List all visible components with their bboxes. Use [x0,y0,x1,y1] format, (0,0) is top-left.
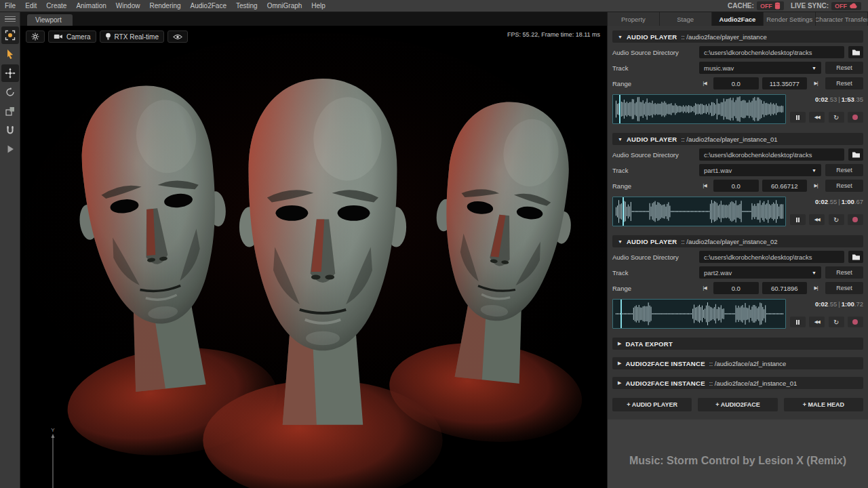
playhead[interactable] [619,95,620,123]
expand-caret-icon[interactable]: ▶ [618,380,621,386]
record-button[interactable] [848,214,863,225]
time-total: 1:00 [842,198,854,205]
range-end-field[interactable]: 60.66712 [762,180,808,192]
section-title: AUDIO PLAYER [627,33,677,41]
expand-caret-icon[interactable]: ▶ [618,341,621,346]
menu-help[interactable]: Help [307,0,330,12]
data-export-section[interactable]: ▶ DATA EXPORT [612,338,863,350]
live-sync-status[interactable]: LIVE SYNC: OFF [791,2,861,10]
record-button[interactable] [848,112,863,123]
menu-testing[interactable]: Testing [231,0,262,12]
skip-end-button[interactable]: ▶| [810,183,821,188]
skip-start-button[interactable]: |◀ [699,285,710,291]
toolbar-menu-icon[interactable] [0,12,20,26]
section-header[interactable]: ▼ AUDIO PLAYER :: /audio2face/player_ins… [612,30,863,43]
range-end-field[interactable]: 60.71896 [762,282,808,294]
visibility-button[interactable] [167,30,188,43]
cache-status[interactable]: CACHE: OFF [728,1,784,10]
loop-button[interactable]: ↻ [829,317,844,327]
tab-render-settings[interactable]: Render Settings [764,12,816,26]
range-start-field[interactable]: 0.0 [713,282,759,294]
add-audio2face-button[interactable]: + AUDIO2FACE [698,398,777,411]
skip-end-button[interactable]: ▶| [810,285,821,291]
pause-button[interactable] [790,112,806,123]
track-reset-button[interactable]: Reset [825,266,863,279]
skip-start-button[interactable]: |◀ [699,81,710,86]
waveform-display[interactable] [612,197,786,226]
collapse-caret-icon[interactable]: ▼ [618,137,623,142]
a2f-instance-section[interactable]: ▶ AUDIO2FACE INSTANCE :: /audio2face/a2f… [612,357,863,369]
add-male-head-button[interactable]: + MALE HEAD [784,398,863,411]
menu-edit[interactable]: Edit [20,0,41,12]
scale-tool[interactable] [1,102,19,120]
audio-source-directory-input[interactable]: c:\users\dkorobchenko\desktop\tracks [699,46,844,58]
menu-animation[interactable]: Animation [71,0,111,12]
move-tool[interactable] [1,64,19,82]
tab-stage[interactable]: Stage [660,12,712,26]
viewport-3d[interactable]: Camera RTX Real-time FPS: 55.22, Frame t… [20,26,607,488]
rewind-button[interactable]: ◀◀ [809,214,825,225]
range-start-field[interactable]: 0.0 [713,180,759,192]
pause-button[interactable] [790,317,806,327]
playhead[interactable] [620,300,622,328]
right-panel: Property Stage Audio2Face Render Setting… [607,12,868,488]
rewind-button[interactable]: ◀◀ [809,112,825,123]
range-start-field[interactable]: 0.0 [713,77,759,89]
menu-create[interactable]: Create [41,0,71,12]
range-reset-button[interactable]: Reset [825,282,863,294]
menu-file[interactable]: File [0,0,20,12]
tab-viewport[interactable]: Viewport [27,14,73,26]
selection-mode-tool[interactable] [1,26,19,44]
a2f-instance-01-section[interactable]: ▶ AUDIO2FACE INSTANCE :: /audio2face/a2f… [612,377,863,389]
tab-character-transfer[interactable]: Character Transfer [816,12,868,26]
record-button[interactable] [848,317,863,327]
track-select[interactable]: part1.wav ▼ [699,164,821,176]
tab-audio2face[interactable]: Audio2Face [712,12,764,26]
browse-folder-button[interactable] [848,46,863,58]
track-select[interactable]: music.wav ▼ [699,62,821,74]
range-end-field[interactable]: 113.35077 [762,77,808,89]
rewind-button[interactable]: ◀◀ [809,317,825,327]
expand-caret-icon[interactable]: ▶ [618,361,621,366]
collapse-caret-icon[interactable]: ▼ [618,239,623,244]
waveform-display[interactable] [612,94,786,124]
range-reset-button[interactable]: Reset [825,77,863,89]
menu-audio2face[interactable]: Audio2Face [186,0,231,12]
select-tool[interactable] [1,45,19,63]
loop-button[interactable]: ↻ [829,214,844,225]
audio-source-directory-input[interactable]: c:\users\dkorobchenko\desktop\tracks [699,148,844,161]
section-title: AUDIO PLAYER [627,238,677,245]
menu-rendering[interactable]: Rendering [144,0,185,12]
menu-omnigraph[interactable]: OmniGraph [262,0,307,12]
tab-property[interactable]: Property [608,12,660,26]
viewport-settings-button[interactable] [26,30,45,43]
section-header[interactable]: ▼ AUDIO PLAYER :: /audio2face/player_ins… [612,235,863,247]
pause-button[interactable] [790,214,806,225]
collapse-caret-icon[interactable]: ▼ [618,35,623,39]
skip-end-button[interactable]: ▶| [810,81,821,86]
track-reset-button[interactable]: Reset [825,164,863,176]
dir-value: c:\users\dkorobchenko\desktop\tracks [704,253,812,261]
track-label: Track [612,269,695,277]
time-current-frac: .55 [828,198,837,205]
menu-window[interactable]: Window [111,0,145,12]
waveform-display[interactable] [612,299,786,329]
section-header[interactable]: ▼ AUDIO PLAYER :: /audio2face/player_ins… [612,133,863,145]
playhead[interactable] [623,197,624,226]
track-reset-button[interactable]: Reset [825,62,863,74]
browse-folder-button[interactable] [848,251,863,263]
rotate-tool[interactable] [1,83,19,101]
loop-button[interactable]: ↻ [829,112,844,123]
add-audio-player-button[interactable]: + AUDIO PLAYER [612,398,692,411]
range-reset-button[interactable]: Reset [825,180,863,192]
camera-button[interactable]: Camera [48,30,96,43]
snap-tool[interactable] [1,121,19,139]
play-tool[interactable] [1,140,19,158]
dir-label: Audio Source Directory [612,151,695,159]
track-select[interactable]: part2.wav ▼ [699,266,821,279]
skip-start-button[interactable]: |◀ [699,183,710,188]
browse-folder-button[interactable] [848,148,863,161]
audio-source-directory-input[interactable]: c:\users\dkorobchenko\desktop\tracks [699,251,844,263]
rtx-realtime-button[interactable]: RTX Real-time [100,30,164,43]
section-path: :: /audio2face/player_instance_01 [681,136,777,143]
